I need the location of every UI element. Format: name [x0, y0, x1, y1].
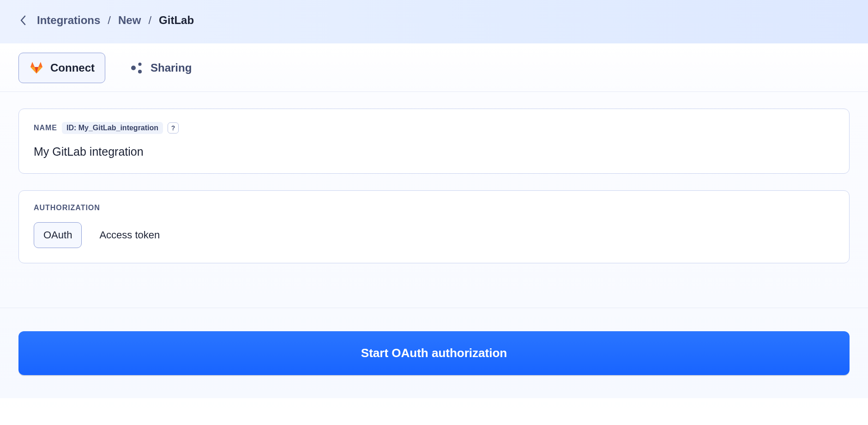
content: NAME ID: My_GitLab_integration ? My GitL… [0, 92, 868, 308]
tab-sharing[interactable]: Sharing [119, 53, 202, 83]
auth-option-oauth[interactable]: OAuth [34, 222, 82, 248]
authorization-label-row: AUTHORIZATION [34, 204, 834, 212]
start-oauth-button[interactable]: Start OAuth authorization [18, 331, 850, 375]
id-pill: ID: My_GitLab_integration [62, 122, 163, 134]
share-icon [129, 61, 144, 75]
breadcrumb-current: GitLab [159, 14, 194, 27]
tab-sharing-label: Sharing [151, 61, 192, 74]
header: Integrations / New / GitLab [0, 0, 868, 43]
authorization-label: AUTHORIZATION [34, 204, 100, 212]
footer: Start OAuth authorization [0, 308, 868, 398]
svg-point-0 [131, 66, 136, 70]
auth-toggle-group: OAuth Access token [34, 222, 834, 248]
gitlab-icon [29, 61, 44, 75]
id-prefix: ID: [66, 124, 76, 132]
name-input[interactable]: My GitLab integration [34, 145, 834, 158]
svg-point-1 [139, 63, 142, 66]
help-button[interactable]: ? [168, 122, 179, 134]
name-label-row: NAME ID: My_GitLab_integration ? [34, 122, 834, 134]
tab-connect[interactable]: Connect [18, 53, 105, 83]
breadcrumb-separator: / [108, 14, 111, 27]
authorization-card: AUTHORIZATION OAuth Access token [18, 190, 850, 263]
name-card: NAME ID: My_GitLab_integration ? My GitL… [18, 109, 850, 174]
auth-option-access-token[interactable]: Access token [90, 223, 169, 248]
breadcrumb: Integrations / New / GitLab [37, 14, 194, 27]
id-value: My_GitLab_integration [78, 124, 158, 132]
tab-connect-label: Connect [50, 61, 95, 74]
tabs-wrapper: Connect Sharing [0, 43, 868, 92]
tabs: Connect Sharing [18, 53, 850, 91]
chevron-left-icon [20, 15, 26, 25]
breadcrumb-separator: / [148, 14, 151, 27]
breadcrumb-integrations[interactable]: Integrations [37, 14, 100, 27]
back-button[interactable] [18, 16, 28, 25]
name-label: NAME [34, 124, 57, 132]
svg-point-2 [138, 70, 142, 73]
breadcrumb-new[interactable]: New [118, 14, 141, 27]
